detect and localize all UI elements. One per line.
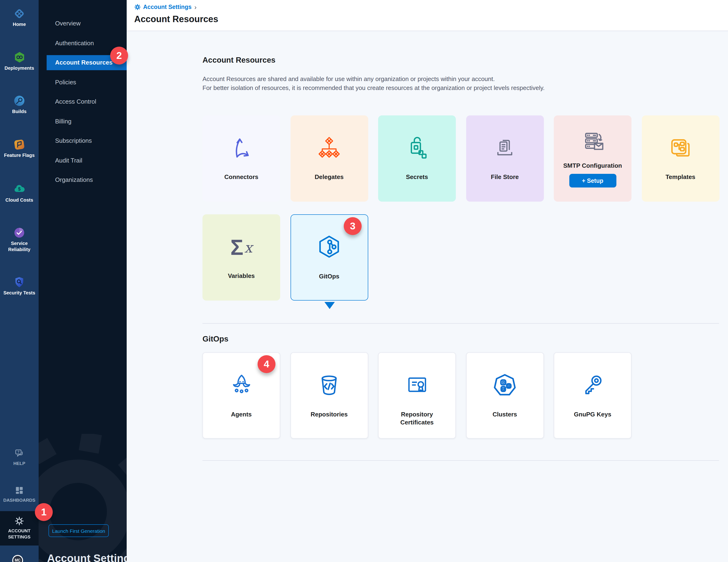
card-secrets[interactable]: Secrets xyxy=(378,115,456,202)
card-templates[interactable]: Templates xyxy=(642,115,719,202)
menu-item-organizations[interactable]: Organizations xyxy=(39,170,127,189)
section-heading-gitops: GitOps xyxy=(202,335,228,344)
card-gnupg-keys[interactable]: GnuPG Keys xyxy=(554,352,631,439)
dashboards-icon xyxy=(14,485,24,496)
rail-item-account-settings[interactable]: ACCOUNT SETTINGS xyxy=(0,511,39,546)
service-reliability-icon xyxy=(13,226,25,239)
module-rail: Home Deployments Builds Feature Flags $ … xyxy=(0,0,39,562)
breadcrumb-link-account-settings[interactable]: Account Settings xyxy=(143,4,192,10)
annotation-badge-2: 2 xyxy=(110,47,128,64)
sidebar-footer-title: Account Settings xyxy=(47,552,127,562)
annotation-badge-3: 3 xyxy=(344,217,362,235)
rail-item-help[interactable]: ? HELP xyxy=(0,449,39,467)
rail-label: Feature Flags xyxy=(3,153,36,158)
card-label: SMTP Configuration xyxy=(557,161,628,169)
menu-item-overview[interactable]: Overview xyxy=(39,14,127,33)
templates-icon xyxy=(668,136,693,161)
rail-item-deployments[interactable]: Deployments xyxy=(0,51,39,71)
card-label: Connectors xyxy=(218,173,265,181)
rail-label: HELP xyxy=(12,461,26,467)
chevron-right-icon: › xyxy=(194,4,197,10)
selection-arrow-icon xyxy=(324,302,335,309)
secrets-icon xyxy=(404,136,430,161)
gear-icon xyxy=(14,516,24,526)
rail-item-security-tests[interactable]: Security Tests xyxy=(0,276,39,296)
card-file-store[interactable]: File Store xyxy=(466,115,544,202)
annotation-badge-4: 4 xyxy=(258,355,275,373)
svg-text:?: ? xyxy=(17,450,20,454)
card-label: File Store xyxy=(484,173,526,181)
variables-icon: Σx xyxy=(230,228,252,266)
divider xyxy=(202,323,719,324)
card-connectors[interactable]: Connectors xyxy=(202,115,280,202)
main-content: Account Settings › Account Resources Acc… xyxy=(127,0,728,562)
security-tests-icon xyxy=(13,276,25,288)
home-icon xyxy=(13,8,25,20)
smtp-icon xyxy=(579,129,606,156)
gear-icon xyxy=(134,4,141,10)
rail-label: Builds xyxy=(11,109,27,115)
rail-item-service-reliability[interactable]: Service Reliability xyxy=(0,226,39,252)
menu-item-policies[interactable]: Policies xyxy=(39,72,127,92)
settings-menu: Overview Authentication Account Resource… xyxy=(39,14,127,189)
gitops-icon xyxy=(315,234,343,261)
rail-label: DASHBOARDS xyxy=(2,498,36,503)
rail-label: Home xyxy=(12,22,27,28)
clusters-icon xyxy=(492,373,518,399)
app-root: Home Deployments Builds Feature Flags $ … xyxy=(0,0,728,562)
rail-label: Service Reliability xyxy=(0,241,39,252)
menu-item-subscriptions[interactable]: Subscriptions xyxy=(39,131,127,150)
card-label: Delegates xyxy=(308,173,350,181)
repository-bucket-icon xyxy=(316,373,342,399)
menu-item-billing[interactable]: Billing xyxy=(39,111,127,131)
deployments-icon xyxy=(13,51,26,64)
squid-icon xyxy=(228,373,255,399)
rail-item-builds[interactable]: Builds xyxy=(0,95,39,115)
card-label: Repository Certificates xyxy=(379,410,455,426)
rail-item-feature-flags[interactable]: Feature Flags xyxy=(0,138,39,158)
rail-label: Security Tests xyxy=(2,290,36,296)
rail-item-cloud-costs[interactable]: $ Cloud Costs xyxy=(0,183,39,203)
card-label: Repositories xyxy=(304,410,354,418)
card-delegates[interactable]: Delegates xyxy=(290,115,368,202)
help-icon: ? xyxy=(14,449,24,459)
resource-card-row-1: Connectors Delegates Secrets File Store … xyxy=(202,115,719,202)
card-label: GnuPG Keys xyxy=(567,410,618,418)
rail-item-dashboards[interactable]: DASHBOARDS xyxy=(0,485,39,503)
page-title: Account Resources xyxy=(134,14,218,24)
feature-flags-icon xyxy=(13,138,25,151)
card-repositories[interactable]: Repositories xyxy=(290,352,368,439)
settings-sidebar: Overview Authentication Account Resource… xyxy=(39,0,127,562)
rail-label: Cloud Costs xyxy=(4,197,34,203)
menu-item-audit-trail[interactable]: Audit Trail xyxy=(39,150,127,170)
card-smtp-configuration[interactable]: SMTP Configuration + Setup xyxy=(554,115,631,202)
smtp-setup-button[interactable]: + Setup xyxy=(569,174,616,187)
section-heading-account-resources: Account Resources xyxy=(202,56,275,64)
key-icon xyxy=(579,373,606,399)
card-label: Clusters xyxy=(486,410,524,418)
certificate-icon xyxy=(404,373,430,399)
card-variables[interactable]: Σx Variables xyxy=(202,214,280,301)
menu-item-access-control[interactable]: Access Control xyxy=(39,92,127,111)
connectors-icon xyxy=(229,136,254,161)
description-line-1: Account Resources are shared and availab… xyxy=(202,74,545,83)
cloud-costs-icon: $ xyxy=(13,183,26,195)
divider xyxy=(202,460,719,461)
rail-item-home[interactable]: Home xyxy=(0,8,39,28)
rail-label: ACCOUNT SETTINGS xyxy=(0,528,39,540)
breadcrumb: Account Settings › xyxy=(134,4,197,10)
builds-icon xyxy=(13,95,25,107)
section-description: Account Resources are shared and availab… xyxy=(202,74,545,92)
card-label: Templates xyxy=(659,173,702,181)
resource-card-row-2: Σx Variables GitOps xyxy=(202,214,368,301)
delegates-icon xyxy=(316,136,342,161)
rail-label: Deployments xyxy=(4,65,35,71)
page-header: Account Settings › Account Resources xyxy=(127,0,728,31)
annotation-badge-1: 1 xyxy=(35,503,53,521)
launch-first-generation-button[interactable]: Launch First Generation xyxy=(49,524,109,537)
avatar[interactable]: MC xyxy=(12,555,23,562)
gear-watermark-icon xyxy=(39,434,127,562)
card-repository-certificates[interactable]: Repository Certificates xyxy=(378,352,456,439)
card-clusters[interactable]: Clusters xyxy=(466,352,544,439)
card-label: Variables xyxy=(221,272,261,280)
